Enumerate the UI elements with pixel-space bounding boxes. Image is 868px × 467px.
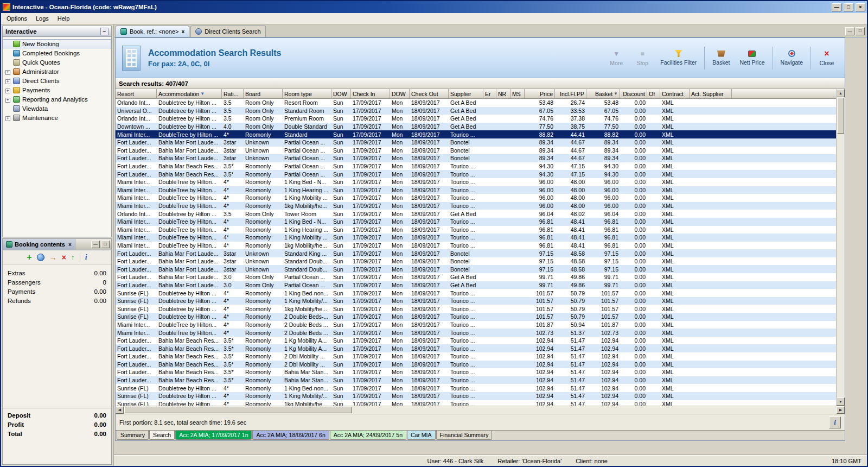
table-row[interactable]: Orlando Int...Doubletree by Hilton ...3.…: [116, 99, 836, 107]
table-row[interactable]: Fort Lauder...Bahia Mar Fort Laude...3st…: [116, 249, 836, 257]
table-row[interactable]: Miami Inter...DoubleTree by Hilton...4*R…: [116, 329, 836, 337]
expand-toggle-icon[interactable]: +: [5, 78, 11, 84]
table-row[interactable]: Fort Lauder...Bahia Mar Fort Laude...3st…: [116, 154, 836, 162]
column-header-price[interactable]: Price: [525, 89, 555, 98]
expand-toggle-icon[interactable]: +: [5, 87, 11, 93]
scroll-down-icon[interactable]: ▼: [837, 397, 845, 406]
column-header-incl-fl-pp[interactable]: Incl.Fl.PP: [555, 89, 586, 98]
column-header-dow-7[interactable]: DOW: [390, 89, 410, 98]
sidebar-item-quick-quotes[interactable]: Quick Quotes: [3, 58, 111, 67]
column-header-dow-5[interactable]: DOW: [331, 89, 351, 98]
vertical-scroll-track[interactable]: [837, 134, 845, 397]
table-row[interactable]: Sunrise (FL)Doubletree by Hilton ...4*Ro…: [116, 400, 836, 406]
close-window-button[interactable]: ×: [856, 3, 865, 11]
sidebar-item-reporting-and-analytics[interactable]: +Reporting and Analytics: [3, 94, 111, 104]
info-button[interactable]: i: [829, 416, 841, 428]
bottom-tab-summary[interactable]: Summary: [117, 431, 149, 440]
vertical-scroll-thumb[interactable]: [837, 98, 844, 134]
horizontal-scroll-track[interactable]: [353, 406, 837, 414]
minimize-button[interactable]: —: [832, 3, 841, 11]
table-row[interactable]: Fort Lauder...Bahia Mar Beach Res...3.5*…: [116, 337, 836, 345]
add-icon[interactable]: +: [27, 254, 31, 261]
sidebar-item-payments[interactable]: +Payments: [3, 85, 111, 94]
bottom-tab-acc-2a-mia-18-09-2017-6n[interactable]: Acc 2A MIA; 18/09/2017 6n: [252, 431, 329, 440]
table-row[interactable]: Fort Lauder...Bahia Mar Fort Laude...3st…: [116, 265, 836, 273]
scroll-up-icon[interactable]: ▲: [837, 89, 845, 97]
table-row[interactable]: Fort Lauder...Bahia Mar Fort Laude...3.0…: [116, 273, 836, 281]
bottom-tab-acc-2a-mia-24-09-2017-5n[interactable]: Acc 2A MIA; 24/09/2017 5n: [330, 431, 406, 440]
column-header-nr[interactable]: NR: [496, 89, 510, 98]
table-row[interactable]: Fort Lauder...Bahia Mar Fort Laude...3st…: [116, 138, 836, 147]
sidebar-item-new-booking[interactable]: New Booking: [3, 39, 111, 48]
expand-toggle-icon[interactable]: +: [5, 115, 11, 121]
table-row[interactable]: Miami Inter...DoubleTree by Hilton...4*R…: [116, 186, 836, 194]
column-header-check-out[interactable]: Check Out: [410, 89, 449, 98]
table-row[interactable]: Sunrise (FL)Doubletree by Hilton ...4*Ro…: [116, 313, 836, 321]
column-header-ms[interactable]: MS: [510, 89, 525, 98]
horizontal-scrollbar[interactable]: ◀ ▶: [116, 406, 845, 414]
info-icon[interactable]: i: [85, 254, 87, 261]
panel-minimize-icon[interactable]: —: [845, 27, 854, 35]
table-row[interactable]: Fort Lauder...Bahia Mar Fort Laude...3st…: [116, 147, 836, 155]
tab-book-ref-none[interactable]: Book. ref.: <none>×: [116, 26, 189, 37]
column-header-of[interactable]: Of: [647, 89, 660, 98]
menu-item-logs[interactable]: Logs: [31, 14, 53, 23]
facilities-filter-button[interactable]: Facilities Filter: [658, 49, 699, 67]
table-row[interactable]: Orlando Int...Doubletree by Hilton ...3.…: [116, 210, 836, 218]
table-row[interactable]: Sunrise (FL)Doubletree by Hilton ...4*Ro…: [116, 289, 836, 297]
column-header-basket[interactable]: Basket▼: [586, 89, 620, 98]
nett-price-button[interactable]: Nett Price: [737, 49, 767, 67]
menu-item-options[interactable]: Options: [2, 14, 31, 23]
sidebar-item-completed-bookings[interactable]: Completed Bookings: [3, 48, 111, 58]
table-row[interactable]: Fort Lauder...Bahia Mar Beach Res...3.5*…: [116, 368, 836, 376]
column-header-room-type[interactable]: Room type: [283, 89, 331, 98]
table-row[interactable]: Sunrise (FL)Doubletree by Hilton ...4*Ro…: [116, 384, 836, 392]
table-row[interactable]: Miami Inter...DoubleTree by Hilton...4*R…: [116, 226, 836, 234]
bottom-tab-car-mia[interactable]: Car MIA: [407, 431, 436, 440]
close-button[interactable]: ×Close: [816, 48, 837, 67]
table-row[interactable]: Orlando Int...Doubletree by Hilton ...3.…: [116, 115, 836, 123]
table-row[interactable]: Fort Lauder...Bahia Mar Beach Res...3.5*…: [116, 162, 836, 171]
bottom-tab-search[interactable]: Search: [149, 431, 175, 440]
scroll-right-icon[interactable]: ▶: [837, 406, 845, 414]
table-row[interactable]: Fort Lauder...Bahia Mar Beach Res...3.5*…: [116, 361, 836, 369]
more-button[interactable]: ▼More: [606, 48, 627, 67]
transfer-icon[interactable]: →: [49, 254, 57, 261]
stop-button[interactable]: ■Stop: [632, 48, 653, 67]
table-row[interactable]: Miami Inter...DoubleTree by Hilton...4*R…: [116, 178, 836, 186]
column-header-accommodation[interactable]: Accommodation▼: [157, 89, 222, 98]
table-row[interactable]: Miami Inter...DoubleTree by Hilton...4*R…: [116, 321, 836, 329]
table-row[interactable]: Fort Lauder...Bahia Mar Beach Res...3.5*…: [116, 170, 836, 178]
table-row[interactable]: Miami Inter...DoubleTree by Hilton...4*R…: [116, 242, 836, 250]
horizontal-scroll-thumb[interactable]: [124, 407, 352, 413]
panel-restore-icon[interactable]: □: [856, 27, 865, 35]
table-row[interactable]: Miami Inter...DoubleTree by Hilton...4*R…: [116, 194, 836, 202]
scroll-left-icon[interactable]: ◀: [116, 406, 124, 414]
maximize-button[interactable]: □: [844, 3, 853, 11]
table-row[interactable]: Miami Inter...DoubleTree by Hilton...4*R…: [116, 218, 836, 226]
tab-direct-clients-search[interactable]: Direct Clients Search: [190, 26, 265, 37]
column-header-resort[interactable]: Resort: [116, 89, 157, 98]
expand-toggle-icon[interactable]: +: [5, 96, 11, 103]
basket-button[interactable]: Basket: [710, 49, 732, 67]
panel-collapse-button[interactable]: −: [100, 28, 108, 35]
table-row[interactable]: Universal O...Doubletree by Hilton ...3.…: [116, 107, 836, 115]
table-row[interactable]: Fort Lauder...Bahia Mar Beach Res...3.5*…: [116, 344, 836, 352]
column-header-check-in[interactable]: Check In: [351, 89, 390, 98]
tab-close-icon[interactable]: ×: [182, 29, 185, 35]
delete-icon[interactable]: ×: [62, 254, 66, 261]
globe-icon[interactable]: [37, 254, 44, 261]
table-row[interactable]: Fort Lauder...Bahia Mar Fort Laude...3st…: [116, 257, 836, 266]
column-header-act-supplier[interactable]: Act. Supplier: [690, 89, 732, 98]
sidebar-item-maintenance[interactable]: +Maintenance: [3, 113, 111, 122]
bottom-tab-acc-2a-mia-17-09-2017-1n[interactable]: Acc 2A MIA; 17/09/2017 1n: [175, 431, 252, 440]
column-header-board[interactable]: Board: [244, 89, 283, 98]
sidebar-item-viewdata[interactable]: Viewdata: [3, 104, 111, 113]
panel-restore-button[interactable]: □: [101, 241, 110, 248]
column-header-contract[interactable]: Contract: [660, 89, 690, 98]
sidebar-item-direct-clients[interactable]: +Direct Clients: [3, 76, 111, 85]
table-row[interactable]: Sunrise (FL)Doubletree by Hilton ...4*Ro…: [116, 305, 836, 313]
refresh-icon[interactable]: ↑: [71, 254, 75, 261]
column-header-discount[interactable]: Discount: [620, 89, 647, 98]
table-row[interactable]: Fort Lauder...Bahia Mar Fort Laude...3.0…: [116, 281, 836, 289]
